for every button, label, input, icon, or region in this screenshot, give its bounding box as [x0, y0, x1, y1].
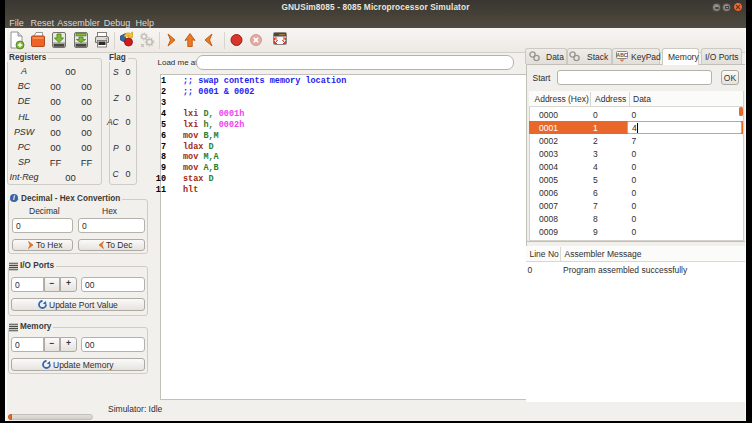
svg-text:ABC: ABC	[617, 52, 628, 58]
